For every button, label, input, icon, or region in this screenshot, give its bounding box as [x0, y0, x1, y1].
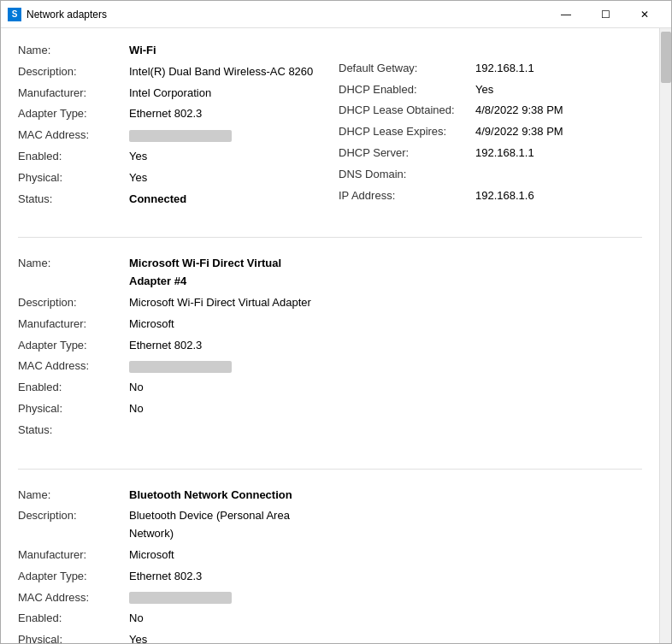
field-label: MAC Address: [18, 357, 129, 375]
bluetooth-left-col: Name:Bluetooth Network ConnectionDescrip… [18, 487, 330, 643]
info-row: DHCP Enabled:Yes [339, 81, 642, 99]
field-label: Enabled: [18, 148, 129, 166]
app-icon: S [8, 8, 21, 21]
info-row: MAC Address: [18, 589, 321, 607]
info-row: Manufacturer:Microsoft [18, 547, 321, 564]
bluetooth-right-col [330, 487, 642, 643]
field-label: Manufacturer: [18, 85, 129, 103]
info-row: Physical:No [18, 400, 321, 418]
field-label: Enabled: [18, 379, 129, 397]
wifi-left-col: Name:Wi-FiDescription:Intel(R) Dual Band… [18, 42, 330, 211]
field-value [129, 127, 232, 145]
field-label: Name: [18, 487, 129, 505]
field-label: Adapter Type: [18, 337, 129, 355]
field-value: Intel Corporation [129, 85, 211, 103]
info-row: Enabled:No [18, 610, 321, 628]
field-label: Description: [18, 294, 129, 312]
field-label: MAC Address: [18, 127, 129, 145]
info-row: MAC Address: [18, 127, 321, 145]
field-value [129, 357, 232, 375]
field-value: Bluetooth Device (Personal Area Network) [129, 507, 321, 543]
field-value: No [129, 610, 144, 628]
field-label: Enabled: [18, 610, 129, 628]
field-label: Adapter Type: [18, 568, 129, 586]
mac-address-blurred [129, 361, 232, 373]
info-row: Status:Connected [18, 191, 321, 209]
info-row: Name:Bluetooth Network Connection [18, 487, 321, 505]
field-value: Yes [129, 169, 147, 187]
info-row: Manufacturer:Microsoft [18, 316, 321, 334]
wifi-columns: Name:Wi-FiDescription:Intel(R) Dual Band… [18, 42, 642, 211]
info-row: Manufacturer:Intel Corporation [18, 85, 321, 103]
info-row: Description:Intel(R) Dual Band Wireless-… [18, 63, 321, 81]
field-label: DHCP Lease Expires: [339, 123, 475, 141]
main-content[interactable]: Name:Wi-FiDescription:Intel(R) Dual Band… [1, 28, 659, 643]
maximize-button[interactable]: ☐ [586, 1, 625, 28]
wifi-direct-left-col: Name:Microsoft Wi-Fi Direct Virtual Adap… [18, 255, 330, 442]
minimize-button[interactable]: — [546, 1, 586, 28]
info-row: Name:Microsoft Wi-Fi Direct Virtual Adap… [18, 255, 321, 291]
field-label: Manufacturer: [18, 547, 129, 564]
field-value: Intel(R) Dual Band Wireless-AC 8260 [129, 63, 313, 81]
info-row: Description:Microsoft Wi-Fi Direct Virtu… [18, 294, 321, 312]
field-value: No [129, 379, 144, 397]
field-label: Name: [18, 42, 129, 60]
field-value [129, 589, 232, 607]
wifi-direct-columns: Name:Microsoft Wi-Fi Direct Virtual Adap… [18, 255, 642, 442]
right-col-spacer [339, 42, 642, 60]
field-value: 192.168.1.1 [475, 145, 534, 162]
field-label: Status: [18, 422, 129, 440]
field-label: Physical: [18, 169, 129, 187]
info-row: Name:Wi-Fi [18, 42, 321, 60]
field-value: Ethernet 802.3 [129, 568, 202, 586]
main-window: S Network adapters — ☐ ✕ Name:Wi-FiDescr… [0, 0, 672, 644]
adapter-wifi-direct: Name:Microsoft Wi-Fi Direct Virtual Adap… [18, 255, 642, 442]
field-label: MAC Address: [18, 589, 129, 607]
field-label: Description: [18, 507, 129, 543]
wifi-direct-right-col [330, 255, 642, 442]
mac-address-blurred [129, 592, 232, 604]
field-label: DHCP Lease Obtained: [339, 102, 475, 120]
field-label: Manufacturer: [18, 316, 129, 334]
close-button[interactable]: ✕ [625, 1, 664, 28]
wifi-right-col: Default Getway:192.168.1.1DHCP Enabled:Y… [330, 42, 642, 211]
field-value: Microsoft [129, 316, 174, 334]
field-value: No [129, 400, 144, 418]
info-row: Enabled:No [18, 379, 321, 397]
divider-2 [18, 469, 642, 470]
field-label: DHCP Enabled: [339, 81, 475, 99]
field-value: 4/8/2022 9:38 PM [475, 102, 563, 120]
field-label: Description: [18, 63, 129, 81]
info-row: Adapter Type:Ethernet 802.3 [18, 105, 321, 123]
titlebar: S Network adapters — ☐ ✕ [1, 1, 671, 28]
scrollbar-track[interactable] [659, 28, 671, 643]
scrollbar-thumb[interactable] [661, 32, 671, 83]
titlebar-controls: — ☐ ✕ [546, 1, 664, 28]
bluetooth-columns: Name:Bluetooth Network ConnectionDescrip… [18, 487, 642, 643]
field-value: Yes [475, 81, 493, 99]
field-value: Yes [129, 148, 147, 166]
field-value: Yes [129, 631, 147, 643]
adapter-wifi: Name:Wi-FiDescription:Intel(R) Dual Band… [18, 42, 642, 211]
field-label: Physical: [18, 631, 129, 643]
field-value: Wi-Fi [129, 42, 156, 60]
field-label: DHCP Server: [339, 145, 475, 162]
content-wrapper: Name:Wi-FiDescription:Intel(R) Dual Band… [1, 28, 671, 643]
field-value: Microsoft Wi-Fi Direct Virtual Adapter [129, 294, 311, 312]
field-value: Connected [129, 191, 186, 209]
field-value: 192.168.1.1 [475, 60, 534, 78]
info-row: DHCP Server:192.168.1.1 [339, 145, 642, 162]
info-row: Physical:Yes [18, 169, 321, 187]
info-row: Adapter Type:Ethernet 802.3 [18, 337, 321, 355]
info-row: DHCP Lease Expires:4/9/2022 9:38 PM [339, 123, 642, 141]
field-label: DNS Domain: [339, 166, 475, 184]
divider-1 [18, 237, 642, 238]
field-label: Adapter Type: [18, 105, 129, 123]
field-label: IP Address: [339, 187, 475, 205]
field-value: 192.168.1.6 [475, 187, 534, 205]
info-row: IP Address:192.168.1.6 [339, 187, 642, 205]
field-value: Microsoft [129, 547, 174, 564]
field-value: Ethernet 802.3 [129, 337, 202, 355]
info-row: Status: [18, 422, 321, 440]
field-label: Physical: [18, 400, 129, 418]
